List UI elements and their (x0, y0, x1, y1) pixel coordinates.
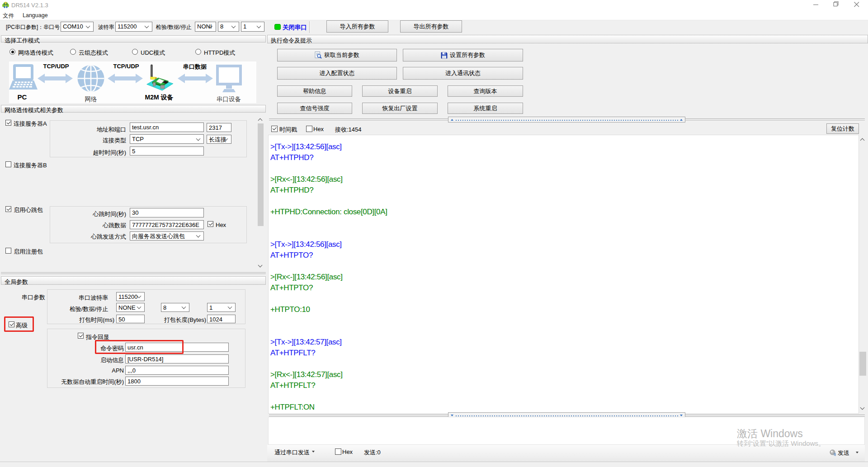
receive-splitter-right-arrow[interactable] (680, 119, 683, 121)
mode-radio-1[interactable] (9, 49, 15, 55)
close-port-button[interactable]: 关闭串口 (283, 24, 307, 32)
server-b-label: 连接服务器B (14, 161, 47, 170)
enter-config-button[interactable]: 进入配置状态 (277, 67, 397, 80)
recv-hex-checkbox[interactable] (306, 126, 312, 132)
params-scrollbar[interactable] (257, 115, 264, 270)
menu-bar: 文件 Language (0, 10, 868, 20)
pack-len-input[interactable]: 1024 (207, 315, 236, 323)
params-scroll-down-icon[interactable] (259, 264, 262, 268)
hb-mode-label: 心跳发送方式 (54, 233, 126, 241)
restart-input[interactable]: 1800 (125, 377, 229, 386)
com-port-combo[interactable]: COM10 (61, 22, 94, 32)
timeout-label: 超时时间(秒) (54, 149, 126, 157)
set-params-button[interactable]: 设置所有参数 (403, 49, 523, 61)
sys-restart-button[interactable]: 系统重启 (448, 103, 523, 114)
left-splitter[interactable] (1, 272, 266, 274)
send-count: 发送:0 (364, 448, 381, 457)
mode-radio-label-2[interactable]: 云组态模式 (79, 49, 108, 57)
log-line: AT+HTPHD? (270, 185, 858, 196)
help-button[interactable]: 帮助信息 (277, 85, 352, 97)
signal-button[interactable]: 查信号强度 (277, 103, 352, 114)
log-scroll-up-icon[interactable] (861, 138, 864, 142)
title-bar: DR514 V2.1.3 (0, 0, 868, 10)
server-a-port-input[interactable]: 2317 (207, 123, 231, 132)
server-a-checkbox[interactable] (5, 120, 11, 126)
server-a-addr-input[interactable]: test.usr.cn (130, 123, 204, 132)
toolbar-separator (309, 21, 310, 33)
server-a-label: 连接服务器A (14, 120, 47, 128)
g-databits-combo[interactable]: 8 (161, 303, 189, 312)
heartbeat-checkbox[interactable] (5, 206, 11, 212)
send-via-arrow-icon[interactable] (312, 451, 315, 453)
receive-splitter-left-arrow[interactable] (451, 119, 453, 121)
send-hex-checkbox[interactable] (335, 448, 341, 455)
receive-splitter[interactable] (448, 117, 685, 123)
timestamp-checkbox[interactable] (271, 126, 278, 132)
server-b-checkbox[interactable] (5, 161, 11, 167)
send-button[interactable]: 发送 (838, 449, 849, 457)
heartbeat-label: 启用心跳包 (14, 206, 43, 214)
hb-time-input[interactable]: 30 (130, 208, 204, 217)
hb-data-input[interactable]: 7777772E7573722E636E (130, 220, 204, 229)
receive-log-area[interactable]: >[Tx->][13:42:56][asc]AT+HTPHD? >[Rx<-][… (268, 135, 859, 414)
send-splitter-dots (456, 415, 678, 416)
hb-mode-combo[interactable]: 向服务器发送心跳包 (130, 231, 204, 241)
enter-comm-button[interactable]: 进入通讯状态 (403, 67, 523, 80)
log-line (270, 326, 858, 337)
export-all-button[interactable]: 导出所有参数 (400, 20, 462, 33)
log-line (270, 391, 858, 402)
log-line: +HTPFLT:ON (270, 402, 858, 413)
send-via-serial[interactable]: 通过串口发送 (274, 448, 310, 457)
reset-count-button[interactable]: 复位计数 (826, 123, 859, 134)
mode-radio-label-4[interactable]: HTTPD模式 (204, 49, 235, 57)
command-section-header: 执行命令及提示 (267, 35, 868, 43)
conn-type-combo[interactable]: TCP (130, 134, 204, 144)
send-splitter-left-arrow[interactable] (451, 415, 453, 416)
query-version-button[interactable]: 查询版本 (448, 85, 523, 97)
mode-radio-4[interactable] (195, 49, 201, 55)
log-line: +HTPTO:10 (270, 304, 858, 315)
hb-time-label: 心跳时间(秒) (54, 210, 126, 218)
mode-radio-label-3[interactable]: UDC模式 (141, 49, 165, 57)
menu-file[interactable]: 文件 (3, 12, 14, 20)
factory-reset-button[interactable]: 恢复出厂设置 (362, 103, 438, 114)
apn-input[interactable]: ,,,0 (125, 366, 229, 375)
radio-dot-icon (11, 51, 14, 53)
keep-alive-combo[interactable]: 长连接 (207, 135, 231, 144)
send-button-arrow-icon[interactable] (856, 452, 859, 453)
databits-combo[interactable]: 8 (218, 22, 239, 32)
baud-combo[interactable]: 115200 (115, 22, 152, 32)
log-scrollbar[interactable] (859, 135, 867, 414)
timeout-input[interactable]: 5 (130, 146, 204, 156)
serial-device-label: 串口设备 (216, 95, 242, 104)
register-checkbox[interactable] (5, 248, 11, 254)
send-splitter-right-arrow[interactable] (680, 415, 683, 416)
menu-language[interactable]: Language (23, 12, 48, 19)
dev-restart-button[interactable]: 设备重启 (362, 85, 438, 97)
g-parity-combo[interactable]: NONE (116, 303, 145, 312)
stopbits-combo[interactable]: 1 (241, 22, 264, 32)
log-scroll-down-icon[interactable] (861, 407, 864, 410)
log-line (270, 228, 858, 239)
toolbar: [PC串口参数]：串口号 COM10 波特率 115200 检验/数据/停止 N… (0, 20, 868, 34)
hb-hex-checkbox[interactable] (208, 221, 213, 227)
check-icon (208, 222, 212, 226)
boot-input[interactable]: [USR-DR514] (125, 354, 229, 363)
log-scrollbar-thumb[interactable] (859, 352, 866, 376)
echo-checkbox[interactable] (78, 333, 84, 339)
import-all-button[interactable]: 导入所有参数 (326, 20, 388, 33)
g-baud-combo[interactable]: 115200 (116, 292, 145, 301)
params-section-header: 网络透传模式相关参数 (1, 105, 266, 113)
pack-time-input[interactable]: 50 (116, 315, 145, 323)
params-scroll-up-icon[interactable] (259, 118, 262, 122)
get-params-button[interactable]: 获取当前参数 (277, 49, 397, 61)
mode-radio-3[interactable] (132, 49, 138, 55)
params-scrollbar-thumb[interactable] (258, 123, 264, 226)
mode-radio-2[interactable] (70, 49, 76, 55)
mode-radio-label-1[interactable]: 网络透传模式 (18, 49, 53, 57)
g-stopbits-combo[interactable]: 1 (207, 303, 236, 312)
parity-combo[interactable]: NONI (195, 22, 216, 32)
parity-label: 检验/数据/停止 (156, 24, 192, 31)
network-label: 网络 (78, 95, 104, 104)
close-icon (854, 2, 859, 7)
